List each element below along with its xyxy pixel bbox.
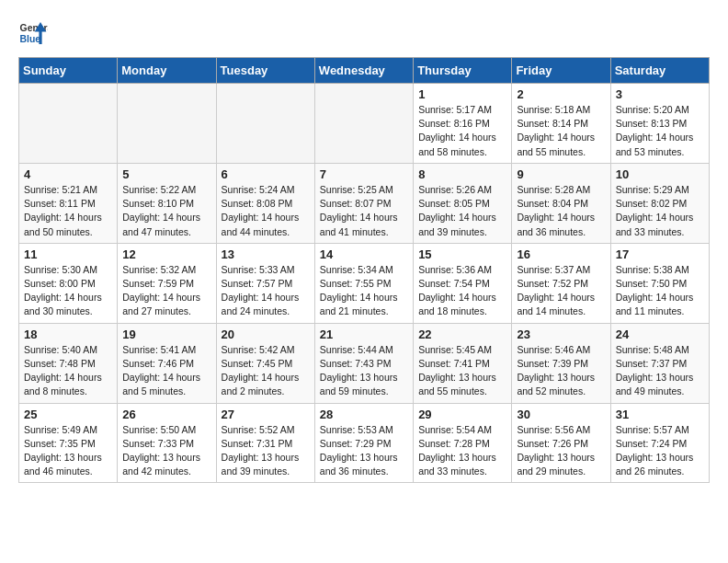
day-info: Sunrise: 5:49 AMSunset: 7:35 PMDaylight:… [24, 423, 112, 479]
day-number: 4 [24, 167, 112, 181]
day-info: Sunrise: 5:24 AMSunset: 8:08 PMDaylight:… [222, 183, 310, 239]
calendar-cell: 2Sunrise: 5:18 AMSunset: 8:14 PMDaylight… [512, 84, 610, 164]
calendar-cell: 28Sunrise: 5:53 AMSunset: 7:29 PMDayligh… [314, 403, 413, 483]
calendar-cell: 30Sunrise: 5:56 AMSunset: 7:26 PMDayligh… [512, 403, 610, 483]
weekday-header-saturday: Saturday [610, 58, 709, 84]
day-info: Sunrise: 5:22 AMSunset: 8:10 PMDaylight:… [122, 183, 210, 239]
calendar-cell: 10Sunrise: 5:29 AMSunset: 8:02 PMDayligh… [610, 163, 709, 243]
calendar-cell: 31Sunrise: 5:57 AMSunset: 7:24 PMDayligh… [610, 403, 709, 483]
day-info: Sunrise: 5:17 AMSunset: 8:16 PMDaylight:… [418, 103, 506, 159]
calendar-cell: 13Sunrise: 5:33 AMSunset: 7:57 PMDayligh… [216, 243, 314, 323]
weekday-header-thursday: Thursday [414, 58, 512, 84]
day-info: Sunrise: 5:44 AMSunset: 7:43 PMDaylight:… [320, 343, 408, 399]
day-number: 12 [122, 247, 210, 261]
day-number: 28 [320, 408, 408, 421]
calendar-cell: 19Sunrise: 5:41 AMSunset: 7:46 PMDayligh… [118, 323, 216, 403]
calendar-cell: 12Sunrise: 5:32 AMSunset: 7:59 PMDayligh… [118, 243, 216, 323]
calendar-cell: 3Sunrise: 5:20 AMSunset: 8:13 PMDaylight… [610, 84, 709, 164]
day-number: 14 [320, 247, 408, 261]
day-number: 16 [517, 247, 605, 261]
calendar-cell: 27Sunrise: 5:52 AMSunset: 7:31 PMDayligh… [216, 403, 314, 483]
day-number: 22 [418, 327, 506, 341]
day-number: 25 [24, 408, 112, 421]
day-number: 24 [616, 327, 704, 341]
day-number: 21 [320, 327, 408, 341]
calendar-cell: 7Sunrise: 5:25 AMSunset: 8:07 PMDaylight… [314, 163, 413, 243]
calendar-table: SundayMondayTuesdayWednesdayThursdayFrid… [18, 57, 710, 483]
calendar-cell: 14Sunrise: 5:34 AMSunset: 7:55 PMDayligh… [314, 243, 413, 323]
calendar-cell: 4Sunrise: 5:21 AMSunset: 8:11 PMDaylight… [19, 163, 118, 243]
day-number: 7 [320, 167, 408, 181]
calendar-cell: 25Sunrise: 5:49 AMSunset: 7:35 PMDayligh… [19, 403, 118, 483]
day-info: Sunrise: 5:40 AMSunset: 7:48 PMDaylight:… [24, 343, 112, 399]
calendar-cell: 26Sunrise: 5:50 AMSunset: 7:33 PMDayligh… [118, 403, 216, 483]
calendar-cell [118, 84, 216, 164]
day-number: 26 [122, 408, 210, 421]
day-number: 2 [517, 87, 605, 101]
logo-icon: General Blue [18, 18, 48, 48]
day-info: Sunrise: 5:38 AMSunset: 7:50 PMDaylight:… [616, 263, 704, 319]
day-info: Sunrise: 5:45 AMSunset: 7:41 PMDaylight:… [418, 343, 506, 399]
day-number: 18 [24, 327, 112, 341]
day-number: 8 [418, 167, 506, 181]
day-info: Sunrise: 5:25 AMSunset: 8:07 PMDaylight:… [320, 183, 408, 239]
calendar-cell: 5Sunrise: 5:22 AMSunset: 8:10 PMDaylight… [118, 163, 216, 243]
weekday-header-friday: Friday [512, 58, 610, 84]
calendar-cell [19, 84, 118, 164]
day-number: 15 [418, 247, 506, 261]
day-info: Sunrise: 5:21 AMSunset: 8:11 PMDaylight:… [24, 183, 112, 239]
day-number: 10 [616, 167, 704, 181]
calendar-cell: 20Sunrise: 5:42 AMSunset: 7:45 PMDayligh… [216, 323, 314, 403]
day-info: Sunrise: 5:36 AMSunset: 7:54 PMDaylight:… [418, 263, 506, 319]
calendar-cell: 17Sunrise: 5:38 AMSunset: 7:50 PMDayligh… [610, 243, 709, 323]
day-info: Sunrise: 5:30 AMSunset: 8:00 PMDaylight:… [24, 263, 112, 319]
day-number: 20 [222, 327, 310, 341]
day-info: Sunrise: 5:42 AMSunset: 7:45 PMDaylight:… [222, 343, 310, 399]
calendar-cell: 6Sunrise: 5:24 AMSunset: 8:08 PMDaylight… [216, 163, 314, 243]
calendar-cell: 29Sunrise: 5:54 AMSunset: 7:28 PMDayligh… [414, 403, 512, 483]
calendar-week-5: 25Sunrise: 5:49 AMSunset: 7:35 PMDayligh… [19, 403, 710, 483]
calendar-cell: 9Sunrise: 5:28 AMSunset: 8:04 PMDaylight… [512, 163, 610, 243]
logo: General Blue [18, 18, 51, 48]
day-info: Sunrise: 5:18 AMSunset: 8:14 PMDaylight:… [517, 103, 605, 159]
day-info: Sunrise: 5:32 AMSunset: 7:59 PMDaylight:… [122, 263, 210, 319]
calendar-cell: 8Sunrise: 5:26 AMSunset: 8:05 PMDaylight… [414, 163, 512, 243]
day-info: Sunrise: 5:34 AMSunset: 7:55 PMDaylight:… [320, 263, 408, 319]
day-info: Sunrise: 5:41 AMSunset: 7:46 PMDaylight:… [122, 343, 210, 399]
calendar-cell [314, 84, 413, 164]
weekday-header-monday: Monday [118, 58, 216, 84]
day-info: Sunrise: 5:28 AMSunset: 8:04 PMDaylight:… [517, 183, 605, 239]
day-info: Sunrise: 5:46 AMSunset: 7:39 PMDaylight:… [517, 343, 605, 399]
weekday-header-row: SundayMondayTuesdayWednesdayThursdayFrid… [19, 58, 710, 84]
day-number: 31 [616, 408, 704, 421]
calendar-cell: 21Sunrise: 5:44 AMSunset: 7:43 PMDayligh… [314, 323, 413, 403]
day-info: Sunrise: 5:52 AMSunset: 7:31 PMDaylight:… [222, 423, 310, 479]
calendar-cell: 11Sunrise: 5:30 AMSunset: 8:00 PMDayligh… [19, 243, 118, 323]
day-info: Sunrise: 5:56 AMSunset: 7:26 PMDaylight:… [517, 423, 605, 479]
calendar-week-4: 18Sunrise: 5:40 AMSunset: 7:48 PMDayligh… [19, 323, 710, 403]
calendar-cell: 1Sunrise: 5:17 AMSunset: 8:16 PMDaylight… [414, 84, 512, 164]
day-number: 5 [122, 167, 210, 181]
day-number: 30 [517, 408, 605, 421]
page-header: General Blue [18, 18, 710, 48]
day-info: Sunrise: 5:33 AMSunset: 7:57 PMDaylight:… [222, 263, 310, 319]
weekday-header-wednesday: Wednesday [314, 58, 413, 84]
calendar-cell: 24Sunrise: 5:48 AMSunset: 7:37 PMDayligh… [610, 323, 709, 403]
weekday-header-tuesday: Tuesday [216, 58, 314, 84]
day-number: 13 [222, 247, 310, 261]
calendar-week-1: 1Sunrise: 5:17 AMSunset: 8:16 PMDaylight… [19, 84, 710, 164]
weekday-header-sunday: Sunday [19, 58, 118, 84]
day-info: Sunrise: 5:26 AMSunset: 8:05 PMDaylight:… [418, 183, 506, 239]
day-number: 1 [418, 87, 506, 101]
day-number: 27 [222, 408, 310, 421]
calendar-cell: 15Sunrise: 5:36 AMSunset: 7:54 PMDayligh… [414, 243, 512, 323]
calendar-week-2: 4Sunrise: 5:21 AMSunset: 8:11 PMDaylight… [19, 163, 710, 243]
day-info: Sunrise: 5:50 AMSunset: 7:33 PMDaylight:… [122, 423, 210, 479]
day-number: 17 [616, 247, 704, 261]
day-number: 9 [517, 167, 605, 181]
calendar-cell [216, 84, 314, 164]
day-info: Sunrise: 5:37 AMSunset: 7:52 PMDaylight:… [517, 263, 605, 319]
calendar-week-3: 11Sunrise: 5:30 AMSunset: 8:00 PMDayligh… [19, 243, 710, 323]
day-number: 11 [24, 247, 112, 261]
svg-text:Blue: Blue [20, 34, 41, 44]
